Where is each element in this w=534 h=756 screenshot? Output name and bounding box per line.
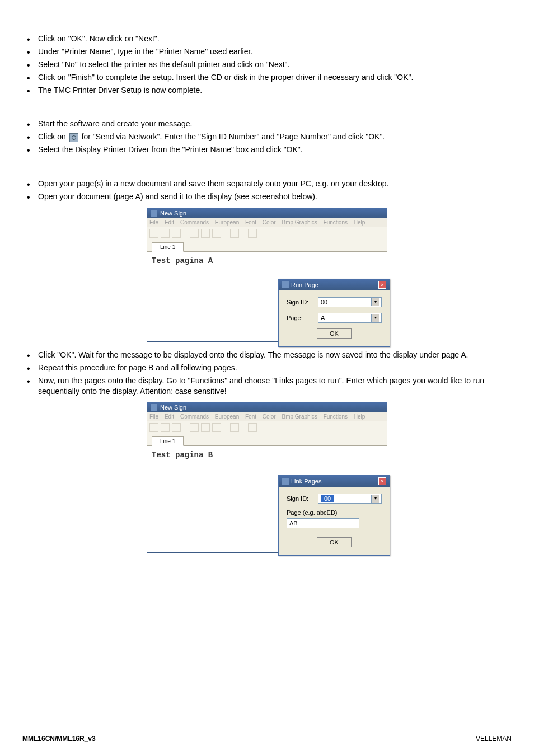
dialog-icon <box>282 478 289 485</box>
sign-id-select[interactable]: 00 ▾ <box>318 297 382 307</box>
dialog-title: Link Pages <box>291 478 321 485</box>
menu-item[interactable]: Bmp Graphics <box>282 414 317 420</box>
lan-icon[interactable] <box>248 229 257 238</box>
footer-right: VELLEMAN <box>476 735 512 743</box>
chevron-down-icon[interactable]: ▾ <box>371 495 379 503</box>
list-item: Click "OK". Wait for the message to be d… <box>22 350 512 360</box>
app-window-1: New Sign File Edit Commands European Fon… <box>147 208 387 342</box>
list-item: Under "Printer Name", type in the "Print… <box>22 46 512 57</box>
tabbar: Line 1 <box>147 434 387 446</box>
ok-button[interactable]: OK <box>317 537 352 547</box>
lan-icon <box>69 133 78 142</box>
copy-icon[interactable] <box>201 423 210 432</box>
text-pre: Click on <box>38 132 68 141</box>
canvas-text: Test pagina B <box>152 450 382 459</box>
sign-id-select[interactable]: 00 ▾ <box>318 494 382 504</box>
list-item: Click on "OK". Now click on "Next". <box>22 34 512 44</box>
lan-icon[interactable] <box>248 423 257 432</box>
menu-item[interactable]: Commands <box>180 414 209 420</box>
menu-item[interactable]: Edit <box>165 219 174 226</box>
page-select[interactable]: A ▾ <box>318 313 382 323</box>
menu-item[interactable]: Functions <box>324 414 348 420</box>
menu-item[interactable]: Font <box>245 219 256 226</box>
open-icon[interactable] <box>161 423 170 432</box>
menu-item[interactable]: File <box>149 219 158 226</box>
list-item: Now, run the pages onto the display. Go … <box>22 375 512 397</box>
tabbar: Line 1 <box>147 240 387 252</box>
list-item: Repeat this procedure for page B and all… <box>22 363 512 373</box>
new-icon[interactable] <box>149 229 158 238</box>
save-icon[interactable] <box>172 229 181 238</box>
chevron-down-icon[interactable]: ▾ <box>371 314 379 322</box>
menu-item[interactable]: Color <box>263 414 276 420</box>
cut-icon[interactable] <box>190 229 199 238</box>
canvas: Test pagina B Link Pages × Sign ID: 00 ▾… <box>147 446 387 552</box>
open-icon[interactable] <box>161 229 170 238</box>
close-icon[interactable]: × <box>378 477 386 485</box>
window-title: New Sign <box>160 404 186 411</box>
menu-item[interactable]: Font <box>245 414 256 420</box>
menu-item[interactable]: Help <box>354 414 366 420</box>
run-icon[interactable] <box>230 229 239 238</box>
canvas-text: Test pagina A <box>152 256 382 265</box>
dialog-titlebar: Run Page × <box>279 279 390 290</box>
bullet-list-2: Start the software and create your messa… <box>22 119 512 155</box>
menu-item[interactable]: Bmp Graphics <box>282 219 317 226</box>
menu-item[interactable]: Edit <box>165 414 174 420</box>
page-value: AB <box>289 520 298 527</box>
list-item: The TMC Printer Driver Setup is now comp… <box>22 85 512 96</box>
menu-item[interactable]: Help <box>354 219 366 226</box>
app-window-2: New Sign File Edit Commands European Fon… <box>147 402 387 553</box>
new-icon[interactable] <box>149 423 158 432</box>
titlebar: New Sign <box>147 402 387 412</box>
page-input[interactable]: AB <box>287 518 359 528</box>
dialog-titlebar: Link Pages × <box>279 476 390 487</box>
cut-icon[interactable] <box>190 423 199 432</box>
page-value: A <box>321 314 325 321</box>
menu-item[interactable]: Functions <box>324 219 348 226</box>
dialog-body: Sign ID: 00 ▾ Page: A ▾ OK <box>279 290 390 346</box>
paste-icon[interactable] <box>212 229 221 238</box>
menubar: File Edit Commands European Font Color B… <box>147 218 387 227</box>
close-icon[interactable]: × <box>378 281 386 289</box>
tab-line1[interactable]: Line 1 <box>152 242 184 252</box>
sign-id-value: 00 <box>321 299 327 306</box>
chevron-down-icon[interactable]: ▾ <box>371 298 379 306</box>
menu-item[interactable]: European <box>215 414 239 420</box>
dialog-title: Run Page <box>291 281 318 288</box>
menu-item[interactable]: Commands <box>180 219 209 226</box>
sign-id-value: 00 <box>321 495 334 502</box>
run-page-dialog: Run Page × Sign ID: 00 ▾ Page: A ▾ <box>278 279 390 347</box>
list-item: Select the Display Printer Driver from t… <box>22 144 512 155</box>
list-item: Select "No" to select the printer as the… <box>22 59 512 70</box>
dialog-body: Sign ID: 00 ▾ Page (e.g. abcED) AB OK <box>279 487 390 555</box>
run-icon[interactable] <box>230 423 239 432</box>
list-item: Open your page(s) in a new document and … <box>22 179 512 189</box>
canvas: Test pagina A Run Page × Sign ID: 00 ▾ <box>147 252 387 341</box>
app-icon <box>151 210 157 217</box>
tab-line1[interactable]: Line 1 <box>152 436 184 446</box>
window-title: New Sign <box>160 210 186 217</box>
copy-icon[interactable] <box>201 229 210 238</box>
toolbar <box>147 227 387 240</box>
menu-item[interactable]: File <box>149 414 158 420</box>
menubar: File Edit Commands European Font Color B… <box>147 412 387 421</box>
list-item: Open your document (page A) and send it … <box>22 191 512 202</box>
toolbar <box>147 421 387 434</box>
sign-id-label: Sign ID: <box>287 495 313 502</box>
list-item: Click on for "Send via Network". Enter t… <box>22 132 512 142</box>
save-icon[interactable] <box>172 423 181 432</box>
paste-icon[interactable] <box>212 423 221 432</box>
page-footer: MML16CN/MML16R_v3 VELLEMAN <box>22 735 512 743</box>
titlebar: New Sign <box>147 208 387 218</box>
menu-item[interactable]: European <box>215 219 239 226</box>
list-item: Start the software and create your messa… <box>22 119 512 129</box>
bullet-list-3: Open your page(s) in a new document and … <box>22 179 512 202</box>
app-icon <box>151 404 157 411</box>
link-pages-dialog: Link Pages × Sign ID: 00 ▾ Page (e.g. ab… <box>278 475 390 556</box>
page-label: Page (e.g. abcED) <box>287 509 382 516</box>
dialog-icon <box>282 281 289 288</box>
list-item: Click on "Finish" to complete the setup.… <box>22 72 512 83</box>
ok-button[interactable]: OK <box>317 328 352 339</box>
menu-item[interactable]: Color <box>263 219 276 226</box>
